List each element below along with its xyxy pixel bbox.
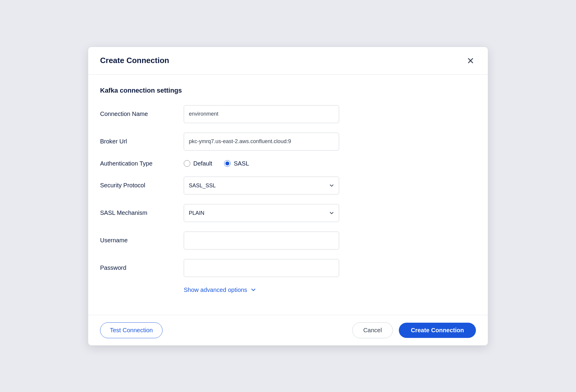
section-title: Kafka connection settings bbox=[100, 87, 476, 94]
sasl-mechanism-row: SASL Mechanism PLAIN SCRAM-SHA-256 SCRAM… bbox=[100, 204, 476, 222]
dialog-footer: Test Connection Cancel Create Connection bbox=[88, 315, 488, 345]
advanced-options-label: Show advanced options bbox=[184, 287, 247, 293]
username-row: Username bbox=[100, 232, 476, 249]
radio-default-option[interactable]: Default bbox=[184, 160, 212, 167]
radio-default-input[interactable] bbox=[184, 160, 190, 167]
create-connection-dialog: Create Connection Kafka connection setti… bbox=[88, 47, 488, 346]
sasl-mechanism-label: SASL Mechanism bbox=[100, 209, 184, 216]
authentication-type-radio-group: Default SASL bbox=[184, 160, 249, 167]
dialog-header: Create Connection bbox=[88, 47, 488, 75]
cancel-button[interactable]: Cancel bbox=[352, 322, 393, 338]
authentication-type-row: Authentication Type Default SASL bbox=[100, 160, 476, 167]
create-connection-button[interactable]: Create Connection bbox=[399, 323, 476, 338]
radio-sasl-input[interactable] bbox=[224, 160, 231, 167]
password-label: Password bbox=[100, 264, 184, 271]
radio-default-label: Default bbox=[193, 160, 212, 167]
authentication-type-label: Authentication Type bbox=[100, 160, 184, 167]
password-input[interactable] bbox=[184, 259, 339, 277]
radio-sasl-label: SASL bbox=[234, 160, 249, 167]
username-label: Username bbox=[100, 237, 184, 244]
close-button[interactable] bbox=[465, 55, 476, 66]
show-advanced-options-button[interactable]: Show advanced options bbox=[184, 287, 257, 293]
sasl-mechanism-select[interactable]: PLAIN SCRAM-SHA-256 SCRAM-SHA-512 GSSAPI bbox=[184, 204, 339, 222]
username-input[interactable] bbox=[184, 232, 339, 249]
broker-url-input[interactable] bbox=[184, 133, 339, 151]
footer-right-actions: Cancel Create Connection bbox=[352, 322, 476, 338]
dialog-title: Create Connection bbox=[100, 56, 169, 65]
connection-name-row: Connection Name bbox=[100, 105, 476, 123]
connection-name-label: Connection Name bbox=[100, 111, 184, 117]
password-row: Password bbox=[100, 259, 476, 277]
security-protocol-select[interactable]: SASL_SSL SASL_PLAINTEXT SSL PLAINTEXT bbox=[184, 177, 339, 195]
security-protocol-label: Security Protocol bbox=[100, 182, 184, 189]
dialog-body: Kafka connection settings Connection Nam… bbox=[88, 75, 488, 315]
test-connection-button[interactable]: Test Connection bbox=[100, 322, 163, 338]
connection-name-input[interactable] bbox=[184, 105, 339, 123]
radio-sasl-option[interactable]: SASL bbox=[224, 160, 249, 167]
chevron-down-icon bbox=[250, 287, 257, 293]
security-protocol-row: Security Protocol SASL_SSL SASL_PLAINTEX… bbox=[100, 177, 476, 195]
broker-url-row: Broker Url bbox=[100, 133, 476, 151]
close-icon bbox=[466, 56, 475, 65]
advanced-options-row: Show advanced options bbox=[100, 287, 476, 293]
dialog-overlay: Create Connection Kafka connection setti… bbox=[0, 0, 576, 392]
broker-url-label: Broker Url bbox=[100, 138, 184, 145]
